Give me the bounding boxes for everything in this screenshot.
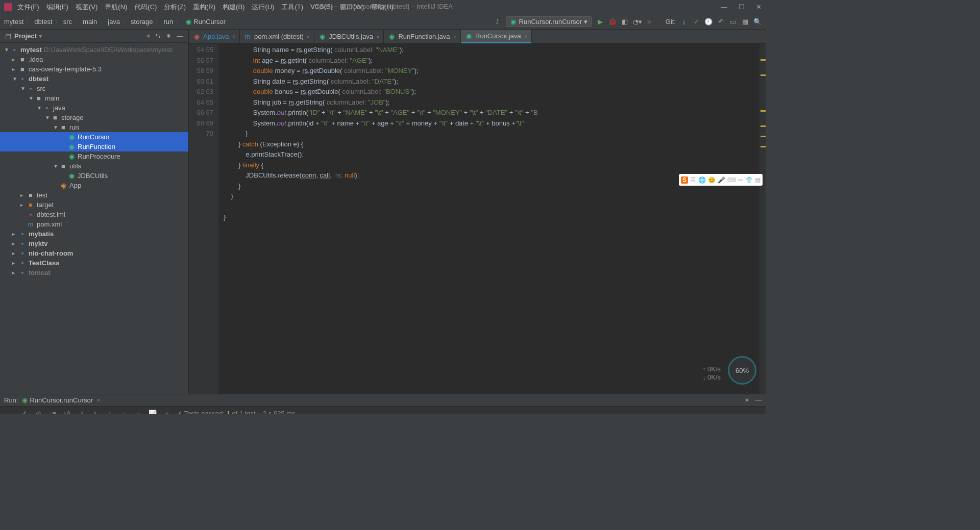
tab-close-icon[interactable]: × (524, 33, 527, 39)
sort-icon[interactable]: ↓≡ (48, 410, 57, 414)
show-ignored-icon[interactable]: ⊘ (34, 410, 43, 414)
menu-item[interactable]: 运行(U) (252, 3, 274, 12)
search-everywhere-icon[interactable]: 🔍 (753, 18, 762, 26)
editor-tab[interactable]: ◉App.java× (189, 30, 240, 43)
next-icon[interactable]: ↓ (119, 410, 129, 414)
run-settings-icon[interactable]: ✷ (744, 396, 750, 404)
tree-node[interactable]: mpom.xml (0, 219, 188, 229)
tree-node[interactable]: ▼■main (0, 93, 188, 103)
git-commit-icon[interactable]: ✓ (692, 18, 700, 26)
filter-icon[interactable]: ⌕ (134, 410, 143, 414)
tree-node[interactable]: ▪dbtest.iml (0, 210, 188, 219)
more-icon[interactable]: » (162, 410, 172, 414)
split-icon[interactable]: ▦ (741, 18, 749, 26)
tree-node[interactable]: ▼▪dbtest (0, 74, 188, 84)
collapse-icon[interactable]: ⤡ (91, 410, 100, 414)
tree-node[interactable]: ◉RunCursor (0, 132, 188, 142)
tree-node[interactable]: ◉JDBCUtils (0, 171, 188, 181)
tree-node[interactable]: ▸■test (0, 190, 188, 200)
profile-button[interactable]: ◔▾ (633, 18, 641, 26)
menu-item[interactable]: 重构(R) (193, 3, 215, 12)
expand-all-icon[interactable]: ⇆ (155, 32, 161, 40)
tree-node[interactable]: ▸■target (0, 200, 188, 210)
code-content[interactable]: String name = rs.getString( columnLabel:… (218, 44, 760, 394)
breadcrumb-class[interactable]: RunCursor (193, 18, 226, 26)
code-editor[interactable]: 54 55 56 57 58 59 60 61 62 63 64 65 66 6… (189, 44, 766, 394)
tree-node[interactable]: ◉RunProcedure (0, 152, 188, 161)
tree-node[interactable]: ▼▪src (0, 84, 188, 93)
menu-item[interactable]: 文件(F) (17, 3, 39, 12)
settings-icon[interactable]: ✷ (166, 32, 172, 40)
tree-node[interactable]: ▼▪java (0, 103, 188, 113)
debug-button[interactable]: 🐞 (608, 18, 617, 26)
menu-item[interactable]: 分析(Z) (164, 3, 186, 12)
menu-item[interactable]: 代码(C) (134, 3, 157, 12)
git-pull-icon[interactable]: ⭳ (680, 18, 688, 26)
minimize-button[interactable]: — (721, 3, 727, 11)
breadcrumb-item[interactable]: dbtest (34, 18, 52, 26)
ide-settings-icon[interactable]: ▭ (729, 18, 737, 26)
prev-icon[interactable]: ↑ (105, 410, 114, 414)
tree-node[interactable]: ▸▪myktv (0, 239, 188, 248)
tab-close-icon[interactable]: × (232, 34, 235, 40)
title-bar: 文件(F)编辑(E)视图(V)导航(N)代码(C)分析(Z)重构(R)构建(B)… (0, 0, 766, 14)
menu-item[interactable]: 导航(N) (105, 3, 127, 12)
select-opened-icon[interactable]: ⌖ (146, 32, 150, 40)
tree-node[interactable]: ◉RunFunction (0, 142, 188, 152)
tab-close-icon[interactable]: × (453, 34, 456, 40)
expand-icon[interactable]: ⤢ (77, 410, 86, 414)
breadcrumb-item[interactable]: src (63, 18, 72, 26)
breadcrumb-item[interactable]: main (83, 18, 97, 26)
perf-speeds: ↑ 0K/s ↓ 0K/s (702, 365, 721, 382)
maximize-button[interactable]: ☐ (739, 3, 745, 11)
export-icon[interactable]: 📈 (148, 410, 157, 414)
tree-node[interactable]: ▼▪mytest D:\JavaWorkSpace\IDEAWorkspace\… (0, 45, 188, 55)
run-config-combo[interactable]: RunCursor.runCursor ▾ (506, 16, 592, 27)
tree-node[interactable]: ▸▪nio-chat-room (0, 248, 188, 258)
run-button[interactable]: ▶ (596, 18, 604, 26)
git-history-icon[interactable]: 🕘 (704, 18, 713, 26)
close-button[interactable]: ✕ (756, 3, 762, 11)
breadcrumb-item[interactable]: mytest (4, 18, 23, 26)
tree-node[interactable]: ▼■utils (0, 161, 188, 171)
editor-tab[interactable]: ◉JDBCUtils.java× (314, 30, 384, 43)
menu-item[interactable]: 构建(B) (223, 3, 244, 12)
stop-button[interactable]: ■ (645, 18, 653, 26)
tree-node[interactable]: ▼■run (0, 122, 188, 132)
project-tree[interactable]: ▼▪mytest D:\JavaWorkSpace\IDEAWorkspace\… (0, 43, 188, 394)
ime-toolbar[interactable]: S 英🌐😊🎤⌨✏👕▦ (679, 174, 763, 186)
editor-tab[interactable]: ◉RunFunction.java× (384, 30, 461, 43)
run-toolbar: ✓ ⊘ ↓≡ ↓A ⤢ ⤡ ↑ ↓ ⌕ 📈 » ✓ Tests passed: … (0, 407, 766, 414)
hide-panel-icon[interactable]: — (177, 32, 183, 40)
tree-node[interactable]: ◉App (0, 181, 188, 190)
build-icon[interactable]: ⤴ (494, 18, 502, 26)
editor-tab[interactable]: ◉RunCursor.java× (461, 30, 532, 43)
project-panel: ▤ Project ▾ ⌖ ⇆ ✷ — ▼▪mytest D:\JavaWork… (0, 30, 189, 394)
show-passed-icon[interactable]: ✓ (19, 410, 29, 414)
tree-node[interactable]: ▸▪TestClass (0, 258, 188, 268)
git-label: Git: (666, 18, 676, 26)
menu-item[interactable]: 工具(T) (281, 3, 303, 12)
git-revert-icon[interactable]: ↶ (717, 18, 725, 26)
editor-tab[interactable]: mpom.xml (dbtest)× (240, 30, 314, 43)
tree-node[interactable]: ▼■storage (0, 113, 188, 122)
sort-alpha-icon[interactable]: ↓A (62, 410, 71, 414)
class-icon: ◉ (186, 18, 191, 26)
breadcrumb-item[interactable]: storage (131, 18, 153, 26)
tree-node[interactable]: ▸▪mybatis (0, 229, 188, 239)
tab-close-icon[interactable]: × (376, 34, 379, 40)
menu-item[interactable]: 视图(V) (76, 3, 97, 12)
breadcrumb-item[interactable]: java (108, 18, 120, 26)
toolbar-right: ⤴ RunCursor.runCursor ▾ ▶ 🐞 ◧ ◔▾ ■ Git: … (494, 16, 762, 27)
project-view-icon[interactable]: ▤ (5, 32, 11, 40)
run-hide-icon[interactable]: — (755, 396, 762, 404)
tree-node[interactable]: ▸■cas-overlay-template-5.3 (0, 64, 188, 74)
menu-item[interactable]: 编辑(E) (46, 3, 68, 12)
breadcrumb-item[interactable]: run (163, 18, 173, 26)
tree-node[interactable]: ▸■.idea (0, 55, 188, 64)
run-config-tab[interactable]: ◉RunCursor.runCursor× (22, 396, 100, 404)
marks-stripe[interactable] (760, 44, 766, 394)
tab-close-icon[interactable]: × (307, 34, 310, 40)
coverage-button[interactable]: ◧ (621, 18, 629, 26)
tree-node[interactable]: ▸▪tomcat (0, 268, 188, 277)
